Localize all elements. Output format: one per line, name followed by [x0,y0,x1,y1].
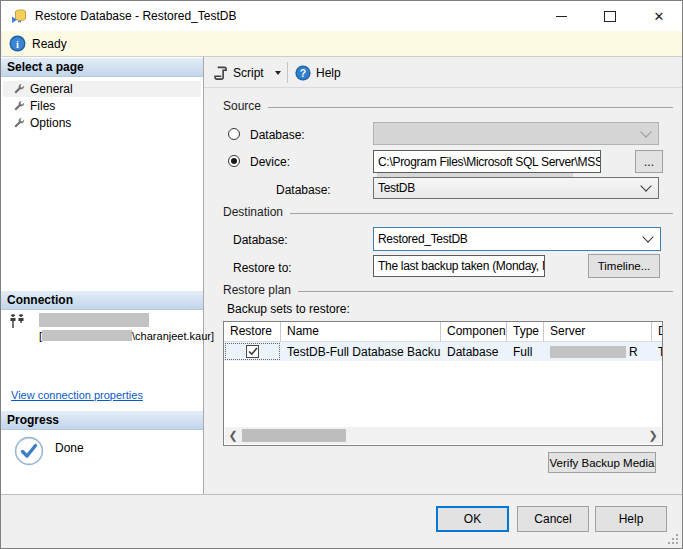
browse-device-button[interactable]: ... [635,150,663,173]
title-bar: Restore Database - Restored_TestDB ✕ [1,1,682,32]
horizontal-scrollbar[interactable]: ❮ ❯ [225,427,661,444]
ok-label: OK [464,512,481,526]
restore-to-label: Restore to: [233,261,292,275]
source-database-radio[interactable] [228,128,240,140]
server-connection-icon [9,313,31,329]
maximize-button[interactable] [587,1,633,31]
restore-to-input[interactable]: The last backup taken (Monday, M [373,255,545,277]
progress-status: Done [55,441,84,455]
backup-sets-table: Restore Name Component Type Server D Tes… [223,321,663,446]
view-connection-properties-link[interactable]: View connection properties [11,389,143,401]
table-header-row: Restore Name Component Type Server D [224,322,662,342]
window-title: Restore Database - Restored_TestDB [35,9,236,23]
sidebar-item-general[interactable]: General [3,81,201,97]
source-device-radio[interactable] [228,155,240,167]
source-group-text: Source [223,99,261,113]
col-server[interactable]: Server [544,322,652,341]
destination-group-label: Destination [223,205,673,219]
minimize-button[interactable] [538,1,584,31]
connection-user: [\charanjeet.kaur] [39,330,214,342]
chevron-down-icon [642,231,653,242]
destination-database-value: Restored_TestDB [378,232,468,246]
device-path-value: C:\Program Files\Microsoft SQL Server\MS… [378,155,601,169]
restore-to-value: The last backup taken (Monday, M [378,259,545,273]
verify-backup-media-label: Verify Backup Media [550,457,655,469]
close-button[interactable]: ✕ [636,1,682,31]
help-toolbar-label: Help [316,66,341,80]
sidebar-item-options[interactable]: Options [3,115,201,131]
server-cell-visible: R [629,345,638,359]
chevron-down-icon [640,180,651,191]
cancel-button[interactable]: Cancel [517,506,589,532]
restore-checkbox[interactable] [246,345,259,358]
ok-button[interactable]: OK [436,506,509,532]
scroll-right-icon[interactable]: ❯ [645,427,661,444]
sidebar-item-label: General [30,82,73,96]
col-type[interactable]: Type [507,322,544,341]
restore-database-dialog: Restore Database - Restored_TestDB ✕ i R… [0,0,683,549]
toolbar-separator [287,62,288,83]
source-device-radio-label: Device: [250,155,290,169]
source-group-label: Source [223,99,673,113]
connection-user-redaction [42,330,132,341]
sidebar-item-files[interactable]: Files [3,98,201,114]
restore-plan-group-label: Restore plan [223,283,673,297]
script-icon [213,65,228,81]
server-name-redaction [39,313,149,327]
scrollbar-thumb[interactable] [242,429,346,442]
destination-database-label: Database: [233,233,288,247]
backup-sets-label: Backup sets to restore: [227,302,350,316]
help-icon: ? [295,65,311,81]
sidebar-item-label: Files [30,99,55,113]
restore-plan-group-text: Restore plan [223,283,291,297]
help-label: Help [619,512,644,526]
svg-text:i: i [16,39,19,50]
col-component[interactable]: Component [441,322,507,341]
col-database[interactable]: D [652,322,662,341]
cell-database-partial: T [652,345,662,359]
source-db-select[interactable]: TestDB [373,177,659,199]
cell-name: TestDB-Full Database Backup [281,345,441,359]
verify-backup-media-button[interactable]: Verify Backup Media [548,452,656,473]
help-toolbar-button[interactable]: ? Help [295,63,341,83]
source-db-select-value: TestDB [378,181,415,195]
wrench-icon [13,83,25,95]
restore-database-icon [11,8,27,24]
group-rule [290,213,673,214]
cell-component: Database [441,345,507,359]
server-cell-redaction [550,346,626,358]
info-icon: i [9,35,26,52]
status-bar: i Ready [2,31,683,57]
destination-database-combobox[interactable]: Restored_TestDB [373,227,661,251]
group-rule [298,291,673,292]
scroll-left-icon[interactable]: ❮ [225,427,241,444]
device-path-input[interactable]: C:\Program Files\Microsoft SQL Server\MS… [373,150,601,173]
help-button[interactable]: Help [595,506,667,532]
cell-server: R [544,345,652,359]
done-check-icon [14,436,44,466]
script-button[interactable]: Script [213,63,281,83]
source-db-select-label: Database: [276,183,331,197]
cell-type: Full [507,345,544,359]
timeline-label: Timeline... [598,260,651,272]
resize-grip[interactable] [668,534,678,544]
sidebar-item-label: Options [30,116,71,130]
progress-header: Progress [1,411,203,430]
destination-group-text: Destination [223,205,283,219]
close-icon: ✕ [654,10,665,23]
select-a-page-header: Select a page [1,58,203,77]
cancel-label: Cancel [534,512,571,526]
browse-device-label: ... [644,155,654,169]
script-dropdown-icon[interactable] [275,71,281,75]
table-row[interactable]: TestDB-Full Database Backup Database Ful… [224,342,662,361]
maximize-icon [604,11,616,22]
col-name[interactable]: Name [281,322,441,341]
col-restore[interactable]: Restore [224,322,281,341]
wrench-icon [13,100,25,112]
status-text: Ready [32,37,67,51]
timeline-button[interactable]: Timeline... [588,254,660,278]
source-database-combobox [373,122,659,145]
source-database-radio-label: Database: [250,128,305,142]
restore-checkbox-cell[interactable] [224,342,281,361]
svg-text:?: ? [300,67,306,79]
